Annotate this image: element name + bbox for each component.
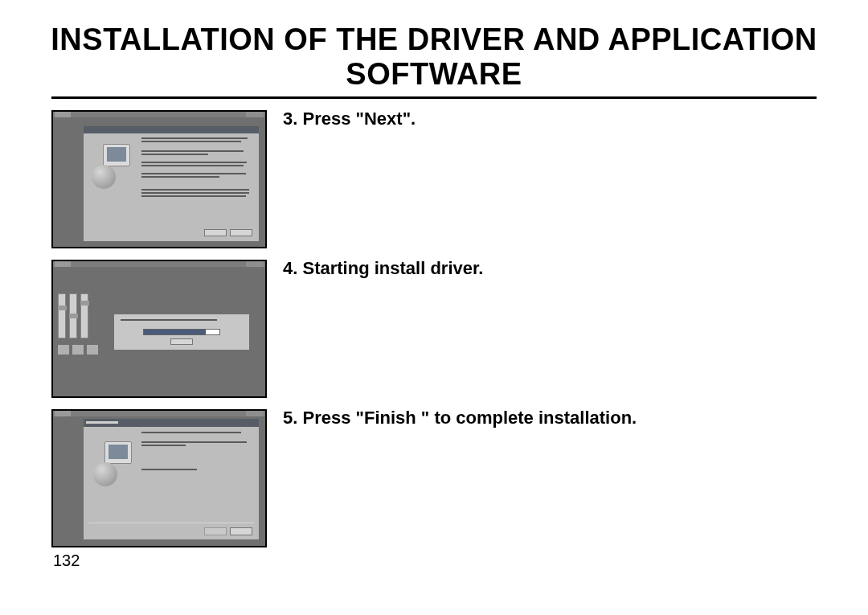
step-row: 5. Press "Finish " to complete installat… xyxy=(51,409,817,547)
step-label: Press "Finish " to complete installation… xyxy=(302,408,637,428)
cancel-button xyxy=(230,229,252,236)
screenshot-progress-dialog xyxy=(51,260,267,398)
page-number: 132 xyxy=(53,551,80,570)
page-title: INSTALLATION OF THE DRIVER AND APPLICATI… xyxy=(0,0,868,96)
step-number: 4. xyxy=(283,258,297,278)
cancel-button xyxy=(170,338,193,345)
step-number: 5. xyxy=(283,408,297,428)
next-button xyxy=(204,229,227,236)
content-area: 3. Press "Next". xyxy=(0,110,868,547)
step-text: 3. Press "Next". xyxy=(283,109,416,129)
globe-icon xyxy=(92,165,116,189)
step-label: Press "Next". xyxy=(302,109,416,129)
step-row: 4. Starting install driver. xyxy=(51,260,817,398)
step-number: 3. xyxy=(283,109,297,129)
step-row: 3. Press "Next". xyxy=(51,110,817,248)
step-label: Starting install driver. xyxy=(302,258,483,278)
progress-bar xyxy=(143,329,220,335)
title-rule xyxy=(51,96,817,99)
finish-button xyxy=(230,527,252,535)
globe-icon xyxy=(93,462,117,486)
back-button xyxy=(204,527,227,535)
screenshot-finish-dialog xyxy=(51,409,267,547)
step-text: 5. Press "Finish " to complete installat… xyxy=(283,408,637,428)
computer-icon xyxy=(103,144,130,166)
screenshot-welcome-dialog xyxy=(51,110,267,248)
computer-icon xyxy=(104,441,132,464)
step-text: 4. Starting install driver. xyxy=(283,258,483,279)
